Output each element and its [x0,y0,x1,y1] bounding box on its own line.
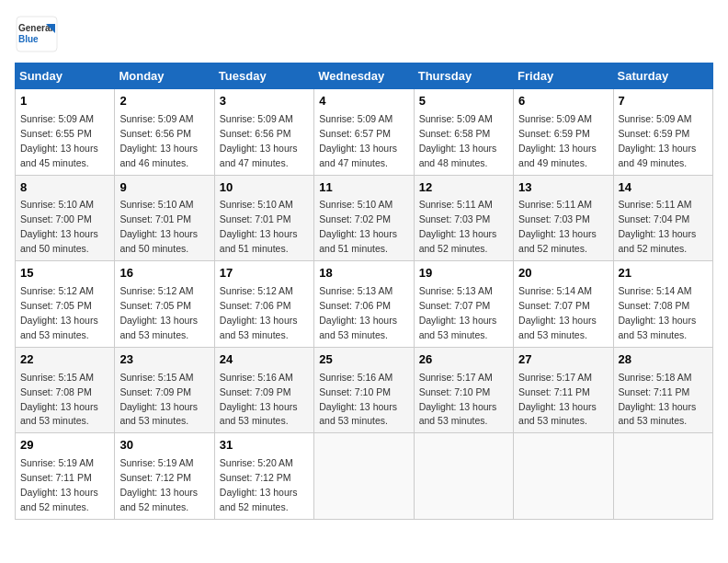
calendar-cell [613,433,712,520]
day-content: Sunrise: 5:16 AMSunset: 7:10 PMDaylight:… [319,372,397,427]
calendar-cell: 14 Sunrise: 5:11 AMSunset: 7:04 PMDaylig… [613,175,712,261]
day-content: Sunrise: 5:12 AMSunset: 7:05 PMDaylight:… [20,285,98,340]
day-number: 31 [220,437,309,454]
day-content: Sunrise: 5:19 AMSunset: 7:12 PMDaylight:… [119,457,198,512]
day-number: 23 [119,351,209,369]
day-content: Sunrise: 5:15 AMSunset: 7:08 PMDaylight:… [20,372,98,427]
day-number: 16 [119,265,209,282]
day-number: 6 [518,93,608,110]
day-content: Sunrise: 5:15 AMSunset: 7:09 PMDaylight:… [119,372,198,427]
day-number: 22 [20,351,109,369]
day-content: Sunrise: 5:09 AMSunset: 6:57 PMDaylight:… [319,113,397,168]
calendar-cell [514,433,613,520]
day-number: 28 [619,351,708,369]
calendar-table: SundayMondayTuesdayWednesdayThursdayFrid… [15,63,713,520]
calendar-cell: 2 Sunrise: 5:09 AMSunset: 6:56 PMDayligh… [115,89,214,176]
day-content: Sunrise: 5:10 AMSunset: 7:00 PMDaylight:… [20,199,98,254]
calendar-cell: 22 Sunrise: 5:15 AMSunset: 7:08 PMDaylig… [16,347,115,433]
day-number: 26 [419,351,508,369]
day-number: 12 [419,179,508,197]
day-content: Sunrise: 5:09 AMSunset: 6:56 PMDaylight:… [119,113,198,168]
day-content: Sunrise: 5:09 AMSunset: 6:59 PMDaylight:… [619,113,697,168]
calendar-cell [414,433,513,520]
weekday-sunday: Sunday [16,63,115,89]
day-number: 8 [20,179,109,197]
calendar-cell: 1 Sunrise: 5:09 AMSunset: 6:55 PMDayligh… [16,89,115,176]
day-number: 20 [518,265,608,282]
calendar-cell: 15 Sunrise: 5:12 AMSunset: 7:05 PMDaylig… [16,261,115,348]
calendar-cell: 17 Sunrise: 5:12 AMSunset: 7:06 PMDaylig… [214,261,313,348]
day-number: 9 [119,179,209,197]
calendar-cell [314,433,414,520]
calendar-cell: 29 Sunrise: 5:19 AMSunset: 7:11 PMDaylig… [16,433,115,520]
day-content: Sunrise: 5:14 AMSunset: 7:07 PMDaylight:… [518,285,597,340]
day-content: Sunrise: 5:16 AMSunset: 7:09 PMDaylight:… [220,372,298,427]
calendar-cell: 24 Sunrise: 5:16 AMSunset: 7:09 PMDaylig… [214,347,313,433]
calendar-cell: 23 Sunrise: 5:15 AMSunset: 7:09 PMDaylig… [115,347,214,433]
svg-text:Blue: Blue [18,34,39,44]
calendar-cell: 3 Sunrise: 5:09 AMSunset: 6:56 PMDayligh… [214,89,313,176]
weekday-tuesday: Tuesday [214,63,313,89]
day-content: Sunrise: 5:20 AMSunset: 7:12 PMDaylight:… [220,457,298,512]
day-number: 19 [419,265,508,282]
day-number: 14 [619,179,708,197]
weekday-saturday: Saturday [613,63,712,89]
calendar-cell: 20 Sunrise: 5:14 AMSunset: 7:07 PMDaylig… [514,261,613,348]
calendar-cell: 9 Sunrise: 5:10 AMSunset: 7:01 PMDayligh… [115,175,214,261]
calendar-cell: 8 Sunrise: 5:10 AMSunset: 7:00 PMDayligh… [16,175,115,261]
day-content: Sunrise: 5:11 AMSunset: 7:04 PMDaylight:… [619,199,697,254]
day-content: Sunrise: 5:17 AMSunset: 7:11 PMDaylight:… [518,372,597,427]
weekday-header-row: SundayMondayTuesdayWednesdayThursdayFrid… [16,63,713,89]
calendar-cell: 28 Sunrise: 5:18 AMSunset: 7:11 PMDaylig… [613,347,712,433]
day-content: Sunrise: 5:10 AMSunset: 7:01 PMDaylight:… [220,199,298,254]
calendar-cell: 7 Sunrise: 5:09 AMSunset: 6:59 PMDayligh… [613,89,712,176]
day-number: 15 [20,265,109,282]
calendar-cell: 4 Sunrise: 5:09 AMSunset: 6:57 PMDayligh… [314,89,414,176]
weekday-thursday: Thursday [414,63,513,89]
calendar-cell: 16 Sunrise: 5:12 AMSunset: 7:05 PMDaylig… [115,261,214,348]
weekday-monday: Monday [115,63,214,89]
day-number: 18 [319,265,408,282]
calendar-cell: 21 Sunrise: 5:14 AMSunset: 7:08 PMDaylig… [613,261,712,348]
day-number: 2 [119,93,209,110]
calendar-cell: 11 Sunrise: 5:10 AMSunset: 7:02 PMDaylig… [314,175,414,261]
day-content: Sunrise: 5:10 AMSunset: 7:01 PMDaylight:… [119,199,198,254]
day-content: Sunrise: 5:17 AMSunset: 7:10 PMDaylight:… [419,372,497,427]
day-content: Sunrise: 5:10 AMSunset: 7:02 PMDaylight:… [319,199,397,254]
day-number: 11 [319,179,408,197]
calendar-cell: 6 Sunrise: 5:09 AMSunset: 6:59 PMDayligh… [514,89,613,176]
day-content: Sunrise: 5:12 AMSunset: 7:06 PMDaylight:… [220,285,298,340]
calendar-cell: 10 Sunrise: 5:10 AMSunset: 7:01 PMDaylig… [214,175,313,261]
day-content: Sunrise: 5:18 AMSunset: 7:11 PMDaylight:… [619,372,697,427]
day-content: Sunrise: 5:09 AMSunset: 6:58 PMDaylight:… [419,113,497,168]
day-content: Sunrise: 5:09 AMSunset: 6:56 PMDaylight:… [220,113,298,168]
week-row-2: 8 Sunrise: 5:10 AMSunset: 7:00 PMDayligh… [16,175,713,261]
day-number: 17 [220,265,309,282]
calendar-cell: 27 Sunrise: 5:17 AMSunset: 7:11 PMDaylig… [514,347,613,433]
week-row-3: 15 Sunrise: 5:12 AMSunset: 7:05 PMDaylig… [16,261,713,348]
calendar-cell: 5 Sunrise: 5:09 AMSunset: 6:58 PMDayligh… [414,89,513,176]
day-number: 7 [619,93,708,110]
week-row-4: 22 Sunrise: 5:15 AMSunset: 7:08 PMDaylig… [16,347,713,433]
weekday-wednesday: Wednesday [314,63,414,89]
day-number: 3 [220,93,309,110]
calendar-cell: 12 Sunrise: 5:11 AMSunset: 7:03 PMDaylig… [414,175,513,261]
day-number: 10 [220,179,309,197]
calendar-cell: 13 Sunrise: 5:11 AMSunset: 7:03 PMDaylig… [514,175,613,261]
day-number: 1 [20,93,109,110]
calendar-cell: 25 Sunrise: 5:16 AMSunset: 7:10 PMDaylig… [314,347,414,433]
day-number: 29 [20,437,109,454]
day-number: 5 [419,93,508,110]
day-content: Sunrise: 5:09 AMSunset: 6:55 PMDaylight:… [20,113,98,168]
logo-icon: General Blue [15,15,59,53]
header: General Blue [15,15,713,53]
day-number: 25 [319,351,408,369]
day-number: 13 [518,179,608,197]
week-row-1: 1 Sunrise: 5:09 AMSunset: 6:55 PMDayligh… [16,89,713,176]
week-row-5: 29 Sunrise: 5:19 AMSunset: 7:11 PMDaylig… [16,433,713,520]
day-content: Sunrise: 5:14 AMSunset: 7:08 PMDaylight:… [619,285,697,340]
calendar-cell: 18 Sunrise: 5:13 AMSunset: 7:06 PMDaylig… [314,261,414,348]
weekday-friday: Friday [514,63,613,89]
day-number: 21 [619,265,708,282]
calendar-cell: 30 Sunrise: 5:19 AMSunset: 7:12 PMDaylig… [115,433,214,520]
